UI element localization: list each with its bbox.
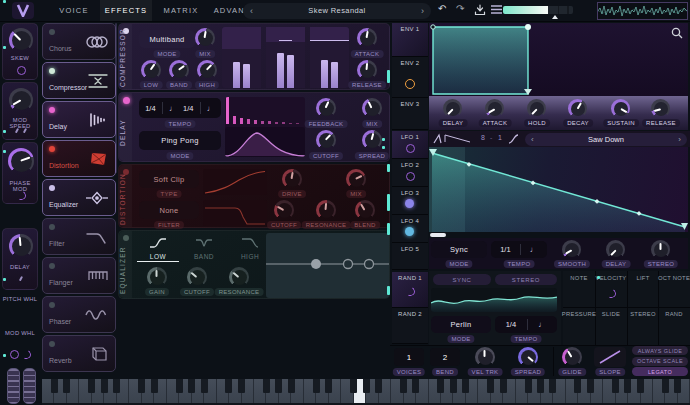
lfo-scroll-handle[interactable]	[430, 233, 446, 237]
note-icon[interactable]: ♩	[530, 245, 538, 254]
piano-key[interactable]	[79, 379, 91, 403]
delay-tempo-control[interactable]: 1/4 ♩ 1/4 ♩	[139, 98, 221, 118]
piano-key[interactable]	[491, 379, 503, 403]
rand-stereo-button[interactable]: STEREO	[495, 274, 557, 285]
piano-key[interactable]	[628, 379, 640, 403]
piano-key[interactable]	[154, 379, 166, 403]
piano-key[interactable]	[329, 379, 341, 403]
piano-key[interactable]	[528, 379, 540, 403]
piano-key[interactable]	[104, 379, 116, 403]
piano-key[interactable]	[665, 379, 677, 403]
tab-voice[interactable]: VOICE	[52, 0, 96, 21]
preset-prev-icon[interactable]: ‹	[250, 3, 253, 19]
piano-key[interactable]	[117, 379, 129, 403]
lfo-tempo-value[interactable]: 1/1	[500, 245, 510, 254]
octave-scale-toggle[interactable]: OCTAVE SCALE	[632, 357, 688, 366]
fx-power-dot[interactable]	[49, 107, 55, 113]
eq-tab-high[interactable]: HIGH	[229, 235, 271, 261]
lfo-mode-dropdown[interactable]: Sync	[431, 241, 487, 258]
env-release-knob[interactable]	[651, 99, 670, 118]
env-delay-knob[interactable]	[443, 99, 462, 118]
equalizer-power-dot[interactable]	[123, 235, 129, 241]
source-velocity[interactable]: VELOCITY	[595, 275, 626, 281]
lfo-shape-selector[interactable]: ‹ Saw Down ›	[525, 133, 687, 146]
piano-key[interactable]	[603, 379, 615, 403]
always-glide-toggle[interactable]: ALWAYS GLIDE	[632, 346, 688, 355]
lfo-shape-name[interactable]: Saw Down	[588, 135, 624, 144]
glide-knob[interactable]	[562, 347, 582, 367]
compressor-low-knob[interactable]	[141, 60, 161, 80]
piano-key[interactable]	[341, 379, 353, 403]
distortion-resonance-knob[interactable]	[316, 200, 336, 220]
distortion-mix-knob[interactable]	[346, 169, 366, 189]
tab-matrix[interactable]: MATRIX	[156, 0, 206, 21]
eq-gain-knob[interactable]	[147, 267, 167, 287]
compressor-mode-dropdown[interactable]: Multiband	[139, 30, 195, 48]
piano-key[interactable]	[616, 379, 628, 403]
fx-card-filter[interactable]: Filter	[42, 218, 116, 255]
piano-key[interactable]	[242, 379, 254, 403]
piano-key[interactable]	[304, 379, 316, 403]
preset-browser[interactable]: ‹ Skew Resandal ›	[243, 3, 431, 19]
smooth-icon[interactable]	[507, 133, 520, 145]
piano-key[interactable]	[316, 379, 328, 403]
volume-marker[interactable]	[552, 15, 558, 19]
preset-next-icon[interactable]: ›	[421, 3, 424, 19]
lfo-delay-knob[interactable]	[606, 240, 625, 259]
delay-power-dot[interactable]	[123, 97, 130, 104]
eq-tab-band[interactable]: BAND	[183, 235, 225, 261]
mod-speed-knob[interactable]	[9, 88, 33, 112]
compressor-band-meters[interactable]	[222, 27, 349, 88]
eq-graph[interactable]	[266, 233, 389, 298]
volume-meter[interactable]	[503, 6, 573, 14]
piano-key[interactable]	[503, 379, 515, 403]
lfo-tempo-control[interactable]: 1/1 ♩	[491, 241, 547, 258]
piano-key[interactable]	[279, 379, 291, 403]
source-slide[interactable]: SLIDE	[602, 311, 620, 317]
note-icon[interactable]: ♩	[538, 320, 546, 329]
vel-trk-knob[interactable]	[475, 347, 495, 367]
eq-resonance-knob[interactable]	[229, 267, 249, 287]
piano-key[interactable]	[366, 379, 378, 403]
piano-key[interactable]	[229, 379, 241, 403]
fx-power-dot[interactable]	[49, 185, 55, 191]
zoom-icon[interactable]	[671, 27, 683, 39]
compressor-band-knob[interactable]	[169, 60, 189, 80]
phase-mod-knob[interactable]	[8, 148, 34, 174]
source-oct-note[interactable]: OCT NOTE	[658, 275, 690, 281]
piano-key[interactable]	[54, 379, 66, 403]
save-icon[interactable]	[474, 4, 486, 18]
tab-rand-2[interactable]: RAND 2	[392, 308, 428, 344]
spread-knob[interactable]	[518, 347, 538, 367]
fx-power-dot[interactable]	[49, 29, 55, 35]
tab-lfo-2[interactable]: LFO 2	[392, 159, 428, 187]
keyboard[interactable]	[42, 379, 690, 403]
lfo-graph[interactable]	[429, 147, 688, 232]
compressor-attack-knob[interactable]	[357, 28, 377, 48]
piano-key[interactable]	[167, 379, 179, 403]
tab-lfo-1[interactable]: LFO 1	[392, 131, 428, 159]
piano-key[interactable]	[541, 379, 553, 403]
lfo2-indicator-icon[interactable]	[406, 172, 415, 181]
distortion-blend-knob[interactable]	[355, 200, 375, 220]
env-decay-knob[interactable]	[568, 99, 587, 118]
fx-power-dot[interactable]	[49, 146, 55, 152]
piano-key[interactable]	[641, 379, 653, 403]
piano-key[interactable]	[416, 379, 428, 403]
lfo-prev-icon[interactable]: ‹	[531, 133, 534, 146]
eq-tab-low[interactable]: LOW	[137, 235, 179, 262]
piano-key[interactable]	[516, 379, 528, 403]
tab-lfo-5[interactable]: LFO 5	[392, 243, 428, 270]
rand-tempo-value[interactable]: 1/4	[506, 320, 516, 329]
piano-key[interactable]	[42, 379, 54, 403]
slope-display[interactable]	[594, 347, 626, 367]
lfo-steps-b[interactable]: 1	[498, 134, 502, 141]
piano-key[interactable]	[266, 379, 278, 403]
distortion-type-dropdown[interactable]: Soft Clip	[139, 170, 199, 188]
piano-key[interactable]	[566, 379, 578, 403]
effects-scrollbar[interactable]	[115, 23, 117, 173]
piano-key[interactable]	[192, 379, 204, 403]
bend-value[interactable]: 2	[430, 348, 460, 366]
piano-key[interactable]	[354, 379, 366, 403]
tab-env-1[interactable]: ENV 1	[392, 23, 428, 57]
